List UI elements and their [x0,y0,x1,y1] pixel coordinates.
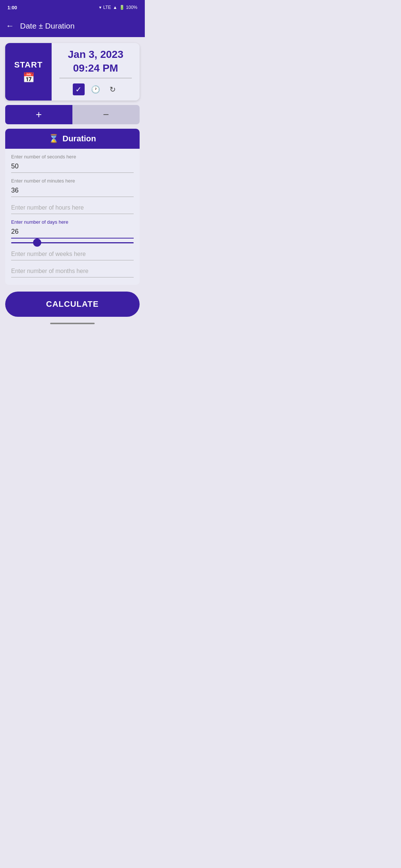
days-input[interactable] [11,226,134,239]
hourglass-icon: ⌛ [49,134,59,144]
start-label: START [14,60,43,70]
days-slider-wrap [11,242,134,243]
status-bar: 1:00 ▾ LTE ▲ 🔋 100% [0,0,145,15]
days-slider-thumb[interactable] [33,239,41,247]
date-card: START 📅 Jan 3, 2023 09:24 PM ✓ 🕐 ↻ [5,43,140,101]
duration-header: ⌛ Duration [5,129,140,149]
hours-field-group [11,197,134,214]
calendar-icon: 📅 [23,72,35,83]
home-indicator [50,323,95,324]
seconds-field-group: Enter number of seconds here [11,149,134,173]
hours-input[interactable] [11,202,134,214]
seconds-label: Enter number of seconds here [11,154,134,160]
status-time: 1:00 [7,5,17,10]
days-slider-track [11,242,134,243]
wifi-icon: ▾ [99,5,101,10]
page-title: Date ± Duration [20,22,75,30]
minutes-field-group: Enter number of minutes here [11,173,134,197]
plus-minus-row: + − [5,105,140,124]
weeks-input[interactable] [11,249,134,260]
top-bar: ← Date ± Duration [0,15,145,37]
date-card-icons: ✓ 🕐 ↻ [73,82,119,98]
seconds-input[interactable] [11,161,134,173]
refresh-icon-button[interactable]: ↻ [107,83,119,95]
days-field-group: Enter number of days here [11,214,134,243]
battery-icon: 🔋 100% [119,5,137,10]
calculate-button[interactable]: CALCULATE [5,292,140,317]
back-button[interactable]: ← [6,21,14,31]
lte-label: LTE [103,5,111,10]
weeks-field-group [11,243,134,260]
signal-icon: ▲ [113,5,117,10]
time-display[interactable]: 09:24 PM [73,62,118,74]
add-button[interactable]: + [5,105,72,124]
start-section[interactable]: START 📅 [5,43,52,101]
subtract-button[interactable]: − [72,105,140,124]
status-icons: ▾ LTE ▲ 🔋 100% [99,5,137,10]
check-icon-button[interactable]: ✓ [73,83,85,95]
minutes-input[interactable] [11,185,134,197]
divider [59,78,132,78]
months-input[interactable] [11,266,134,277]
minutes-label: Enter number of minutes here [11,178,134,184]
duration-form: Enter number of seconds here Enter numbe… [5,149,140,285]
bottom-indicator [0,323,145,327]
months-field-group [11,260,134,277]
clock-icon-button[interactable]: 🕐 [90,83,102,95]
days-label: Enter number of days here [11,219,134,225]
date-display[interactable]: Jan 3, 2023 [68,48,123,61]
date-time-section: Jan 3, 2023 09:24 PM ✓ 🕐 ↻ [52,43,140,101]
duration-title: Duration [62,134,96,144]
